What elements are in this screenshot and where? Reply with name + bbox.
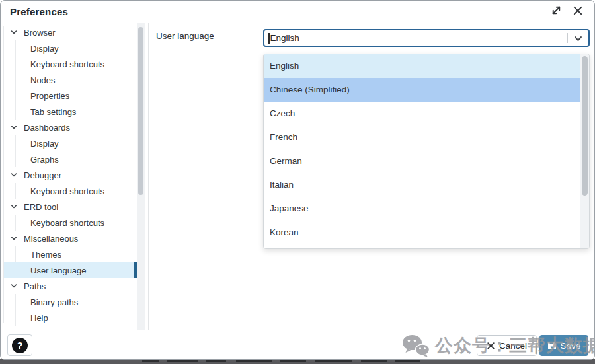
tree-item-nodes[interactable]: Nodes — [1, 72, 148, 88]
preferences-tree: BrowserDisplayKeyboard shortcutsNodesPro… — [1, 23, 149, 330]
tree-item-label: Miscellaneous — [24, 234, 78, 244]
chevron-down-icon[interactable] — [10, 124, 18, 131]
tree-item-keyboard-shortcuts[interactable]: Keyboard shortcuts — [1, 56, 148, 72]
tree-item-label: Tab settings — [30, 107, 76, 117]
combobox-value: English — [270, 33, 299, 43]
tree-item-dashboards[interactable]: Dashboards — [1, 120, 148, 135]
text-cursor — [268, 33, 270, 44]
tree-item-user-language[interactable]: User language — [1, 262, 148, 278]
dropdown-option-italian[interactable]: Italian — [264, 173, 580, 197]
tree-item-label: Display — [30, 44, 59, 54]
dialog-footer: ? Cancel Sa — [1, 330, 594, 359]
close-button[interactable] — [571, 5, 584, 18]
tree-item-label: Themes — [30, 250, 61, 260]
language-dropdown-menu: EnglishChinese (Simplified)CzechFrenchGe… — [263, 54, 590, 249]
tree-item-label: Binary paths — [30, 297, 78, 307]
tree-item-label: Browser — [24, 28, 56, 38]
screen: Preferences — [0, 0, 595, 364]
tree-item-display[interactable]: Display — [1, 135, 148, 151]
dropdown-option-german[interactable]: German — [264, 149, 580, 173]
dropdown-options: EnglishChinese (Simplified)CzechFrenchGe… — [264, 54, 580, 244]
chevron-down-icon[interactable] — [573, 34, 583, 46]
tree-item-themes[interactable]: Themes — [1, 246, 148, 262]
tree-item-tab-settings[interactable]: Tab settings — [1, 104, 148, 120]
cancel-button-label: Cancel — [499, 341, 527, 351]
cancel-button[interactable]: Cancel — [477, 335, 537, 356]
tree-item-binary-paths[interactable]: Binary paths — [1, 294, 148, 310]
tree-item-label: ERD tool — [24, 202, 58, 212]
tree-item-miscellaneous[interactable]: Miscellaneous — [1, 231, 148, 246]
dialog-header: Preferences — [1, 1, 594, 22]
tree-item-properties[interactable]: Properties — [1, 88, 148, 104]
tree-item-keyboard-shortcuts[interactable]: Keyboard shortcuts — [1, 215, 148, 231]
close-icon — [573, 5, 583, 18]
chevron-down-icon[interactable] — [10, 282, 18, 290]
dropdown-scrollbar-track[interactable] — [580, 54, 589, 248]
user-language-combobox[interactable]: English — [263, 29, 590, 47]
expand-button[interactable] — [549, 5, 563, 18]
chevron-down-icon[interactable] — [10, 171, 18, 179]
tree-item-label: Keyboard shortcuts — [30, 218, 104, 228]
settings-panel: User language English EnglishChinese (Si… — [149, 23, 594, 330]
help-button[interactable]: ? — [7, 334, 32, 356]
save-button-label: Save — [561, 341, 581, 351]
expand-icon — [551, 5, 562, 18]
tree-item-label: User language — [30, 266, 87, 275]
tree-scrollbar-track[interactable] — [137, 23, 145, 330]
tree-rows: BrowserDisplayKeyboard shortcutsNodesPro… — [1, 24, 148, 326]
tree-item-keyboard-shortcuts[interactable]: Keyboard shortcuts — [1, 183, 148, 199]
dropdown-option-czech[interactable]: Czech — [264, 102, 580, 126]
tree-item-label: Help — [30, 313, 48, 323]
dropdown-scrollbar-thumb[interactable] — [582, 56, 588, 196]
dialog-actions — [549, 5, 594, 18]
tree-item-label: Nodes — [30, 75, 56, 85]
preferences-dialog: Preferences — [0, 0, 595, 360]
tree-item-label: Display — [30, 139, 59, 149]
dropdown-option-chinese-simplified[interactable]: Chinese (Simplified) — [264, 78, 580, 102]
tree-scrollbar-thumb[interactable] — [138, 27, 143, 195]
tree-item-label: Keyboard shortcuts — [30, 59, 104, 69]
tree-item-browser[interactable]: Browser — [1, 24, 148, 40]
tree-item-graphs[interactable]: Graphs — [1, 151, 148, 167]
dialog-body: BrowserDisplayKeyboard shortcutsNodesPro… — [1, 23, 594, 330]
tree-item-debugger[interactable]: Debugger — [1, 167, 148, 183]
tree-item-label: Properties — [30, 91, 69, 101]
user-language-label: User language — [156, 31, 214, 41]
x-icon — [487, 342, 495, 350]
chevron-down-icon[interactable] — [10, 28, 18, 36]
tree-item-label: Keyboard shortcuts — [30, 186, 104, 196]
chevron-down-icon[interactable] — [10, 235, 18, 242]
dropdown-option-english[interactable]: English — [264, 54, 580, 78]
tree-item-erd-tool[interactable]: ERD tool — [1, 199, 148, 215]
tree-item-label: Graphs — [30, 155, 59, 164]
tree-item-display[interactable]: Display — [1, 40, 148, 56]
save-icon — [547, 341, 557, 350]
question-mark-icon: ? — [12, 338, 28, 353]
tree-item-label: Dashboards — [24, 123, 70, 133]
tree-item-label: Paths — [24, 281, 46, 291]
tree-item-help[interactable]: Help — [1, 310, 148, 326]
dropdown-option-french[interactable]: French — [264, 126, 580, 149]
chevron-down-icon[interactable] — [10, 203, 18, 211]
tree-item-label: Debugger — [24, 170, 61, 180]
dropdown-option-korean[interactable]: Korean — [264, 221, 580, 244]
dialog-title: Preferences — [1, 6, 68, 17]
dropdown-option-japanese[interactable]: Japanese — [264, 197, 580, 221]
tree-item-paths[interactable]: Paths — [1, 278, 148, 294]
save-button[interactable]: Save — [539, 335, 588, 356]
combobox-separator — [567, 33, 568, 43]
